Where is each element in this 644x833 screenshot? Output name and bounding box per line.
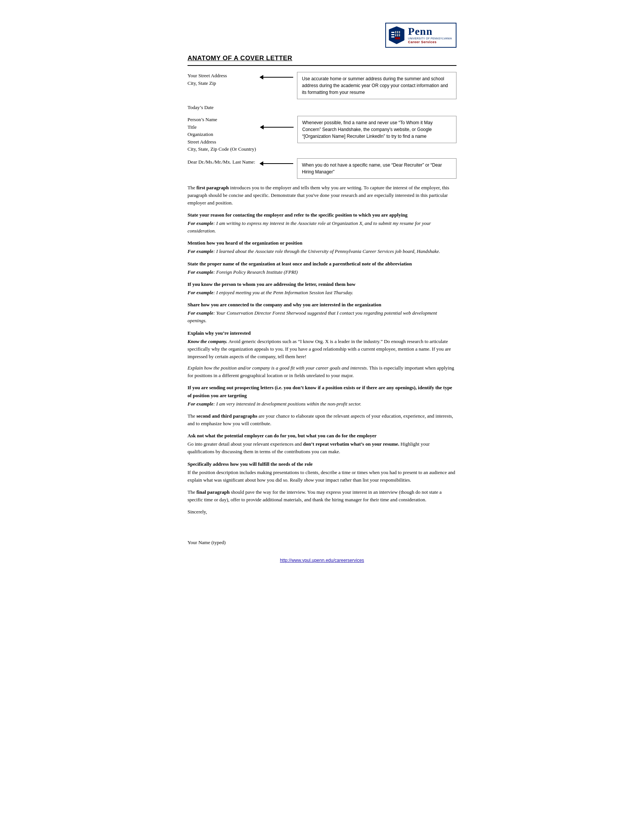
svg-rect-8 <box>397 34 398 36</box>
section-5-example: For example: Your Conservation Director … <box>188 309 456 325</box>
first-paragraph-text: The first paragraph introduces you to th… <box>188 184 456 207</box>
section-1-example: For example: I am writing to express my … <box>188 220 456 235</box>
final-paragraph-bold: final paragraph <box>196 489 230 495</box>
prospecting-example: For example: I am very interested in dev… <box>188 400 456 408</box>
contact-section: Person’s Name Title Organization Street … <box>188 116 456 153</box>
section-5: Share how you are connected to the compa… <box>188 301 456 325</box>
section-1-heading: State your reason for contacting the emp… <box>188 211 456 219</box>
section-2: Mention how you heard of the organizatio… <box>188 239 456 255</box>
ask-text: Go into greater detail about your releva… <box>188 441 456 455</box>
prospecting-section: If you are sending out prospecting lette… <box>188 384 456 407</box>
section-2-example: For example: I learned about the Associa… <box>188 248 456 255</box>
final-paragraph-text: The final paragraph should pave the way … <box>188 489 456 503</box>
ask-section: Ask not what the potential employer can … <box>188 432 456 455</box>
section-4-heading: If you know the person to whom you are a… <box>188 281 456 288</box>
address-section: Your Street Address City, State Zip Use … <box>188 72 456 99</box>
logo-container: Penn UNIVERSITY OF PENNSYLVANIA Career S… <box>385 23 456 48</box>
address-left: Your Street Address City, State Zip <box>188 72 256 87</box>
contact-organization: Organization <box>188 130 256 138</box>
first-paragraph-section: The first paragraph introduces you to th… <box>188 184 456 207</box>
fit-italic: Explain how the position and/or company … <box>188 365 367 371</box>
dont-repeat: don’t repeat verbatim what’s on your res… <box>303 441 399 447</box>
contact-city: City, State, Zip Code (Or Country) <box>188 145 256 153</box>
page-title: ANATOMY OF A COVER LETTER <box>188 55 293 62</box>
footer: http://www.vpul.upenn.edu/careerservices <box>188 558 456 563</box>
explain-know: Know the company. Avoid generic descript… <box>188 338 456 360</box>
section-1: State your reason for contacting the emp… <box>188 211 456 235</box>
section-3-heading: State the proper name of the organizatio… <box>188 260 456 268</box>
signed-name: Your Name (typed) <box>188 539 456 547</box>
section-4-example: For example: I enjoyed meeting you at th… <box>188 289 456 296</box>
know-label: Know the company. <box>188 338 227 344</box>
prospecting-heading: If you are sending out prospecting lette… <box>188 384 456 399</box>
specifically-heading: Specifically address how you will fulfil… <box>188 460 456 468</box>
contact-street: Street Address <box>188 138 256 146</box>
first-paragraph-intro: The <box>188 185 196 190</box>
svg-rect-10 <box>395 37 400 39</box>
arrow-line-icon <box>263 77 293 78</box>
final-paragraph-section: The final paragraph should pave the way … <box>188 489 456 503</box>
explain-fit: Explain how the position and/or company … <box>188 364 456 380</box>
address-callout: Use accurate home or summer address duri… <box>297 72 456 99</box>
second-paragraph-section: The second and third paragraphs are your… <box>188 412 456 428</box>
svg-rect-7 <box>395 34 396 36</box>
svg-rect-3 <box>391 36 394 37</box>
explain-section: Explain why you’re interested Know the c… <box>188 330 456 380</box>
section-5-heading: Share how you are connected to the compa… <box>188 301 456 309</box>
svg-rect-2 <box>391 34 394 35</box>
svg-rect-5 <box>397 31 398 33</box>
second-paragraph-text: The second and third paragraphs are your… <box>188 412 456 428</box>
section-3: State the proper name of the organizatio… <box>188 260 456 276</box>
know-text: Avoid generic descriptions such as “I kn… <box>188 338 451 359</box>
first-paragraph-bold: first paragraph <box>196 185 229 190</box>
logo-text: Penn UNIVERSITY OF PENNSYLVANIA Career S… <box>408 26 452 45</box>
arrow-line2-icon <box>263 127 294 128</box>
arrow-line3-icon <box>263 163 293 164</box>
second-paragraph-bold: second and third paragraphs <box>196 413 257 419</box>
svg-rect-4 <box>395 31 396 33</box>
today-date-row: Today’s Date <box>188 105 456 111</box>
closing-text: Sincerely, <box>188 508 456 516</box>
svg-rect-9 <box>399 34 400 36</box>
specifically-text: If the position description includes mak… <box>188 469 456 484</box>
penn-name: Penn <box>408 26 452 37</box>
persons-name: Person’s Name <box>188 116 256 124</box>
section-4: If you know the person to whom you are a… <box>188 281 456 296</box>
section-2-heading: Mention how you heard of the organizatio… <box>188 239 456 247</box>
second-paragraph-intro: The <box>188 413 196 419</box>
explain-heading: Explain why you’re interested <box>188 330 456 337</box>
arrow2 <box>260 125 294 130</box>
contact-title: Title <box>188 124 256 131</box>
svg-rect-6 <box>399 31 400 33</box>
header-divider <box>188 65 456 66</box>
specifically-section: Specifically address how you will fulfil… <box>188 460 456 484</box>
ask-heading: Ask not what the potential employer can … <box>188 432 456 440</box>
section-3-example: For example: Foreign Policy Research Ins… <box>188 269 456 276</box>
street-address: Your Street Address <box>188 72 256 79</box>
today-date: Today’s Date <box>188 105 214 110</box>
salutation-text: Dear Dr./Ms./Mr./Mx. Last Name: <box>188 158 256 166</box>
city-state-zip: City, State Zip <box>188 79 256 87</box>
contact-left: Person’s Name Title Organization Street … <box>188 116 256 153</box>
arrow1 <box>259 75 293 79</box>
arrow3 <box>259 161 293 166</box>
salutation-callout: When you do not have a specific name, us… <box>297 158 456 179</box>
footer-link[interactable]: http://www.vpul.upenn.edu/careerservices <box>280 558 364 563</box>
university-name: UNIVERSITY OF PENNSYLVANIA <box>408 37 452 40</box>
closing-section: Sincerely, Your Name (typed) <box>188 508 456 547</box>
salutation-section: Dear Dr./Ms./Mr./Mx. Last Name: When you… <box>188 158 456 179</box>
penn-logo: Penn UNIVERSITY OF PENNSYLVANIA Career S… <box>385 23 456 48</box>
show-italic: show <box>304 477 314 483</box>
contact-callout: Whenever possible, find a name and never… <box>297 116 456 143</box>
svg-rect-1 <box>391 32 394 33</box>
salutation-left: Dear Dr./Ms./Mr./Mx. Last Name: <box>188 158 256 166</box>
career-services-name: Career Services <box>408 40 452 45</box>
penn-shield-icon <box>388 26 405 45</box>
